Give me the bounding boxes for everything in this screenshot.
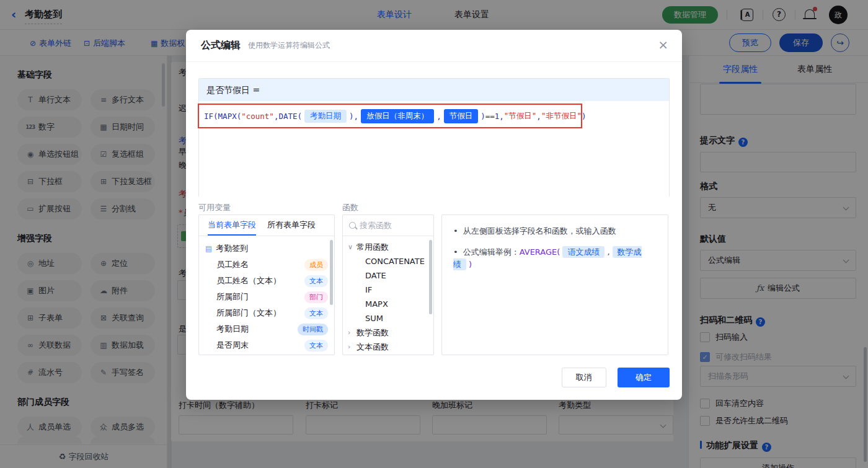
formula-token[interactable]: "非节假日" [541, 111, 582, 121]
formula-token[interactable]: ) [582, 112, 587, 121]
function-name: CONCATENATE [365, 257, 425, 266]
variable-type-tag: 部门 [304, 291, 328, 303]
function-item[interactable]: › 数学函数 [348, 325, 428, 340]
functions-panel: ∨ 常用函数 CONCATENATE DATE [342, 214, 434, 355]
variable-type-tag: 文本 [304, 340, 328, 351]
variable-item[interactable]: 考勤日期 时间戳 [205, 321, 328, 337]
variable-item[interactable]: 所属部门 部门 [205, 289, 328, 305]
formula-highlight-box: IF(MAPX( "count" ,DATE( 考勤日期 ), 放假日（非周末）… [198, 104, 582, 128]
formula-token[interactable]: 节假日 [444, 109, 479, 123]
function-name: SUM [365, 314, 383, 323]
formula-target: 是否节假日 = [199, 79, 669, 101]
function-item[interactable]: ∨ 常用函数 [348, 240, 428, 254]
formula-editor-modal: 公式编辑 使用数学运算符编辑公式 × 是否节假日 = IF(MAPX( "cou… [186, 30, 682, 400]
function-name: 数学函数 [356, 327, 389, 338]
variables-label: 可用变量 [198, 202, 231, 213]
function-item[interactable]: IF [348, 283, 428, 297]
function-search-input[interactable] [360, 221, 415, 230]
formula-token[interactable]: IF(MAPX( [204, 112, 241, 121]
modal-subtitle: 使用数学运算符编辑公式 [248, 40, 330, 51]
modal-footer: 取消 确定 [562, 368, 670, 387]
cancel-button[interactable]: 取消 [562, 368, 606, 387]
function-item[interactable]: SUM [348, 311, 428, 325]
variables-panel: 当前表单字段 所有表单字段 ▤ 考勤签到 员工姓名 成员 [198, 214, 335, 355]
tab-all-form-fields[interactable]: 所有表单字段 [267, 215, 316, 236]
function-item[interactable]: CONCATENATE [348, 254, 428, 268]
formula-token[interactable]: , [536, 112, 541, 121]
variables-tabs: 当前表单字段 所有表单字段 [199, 215, 334, 236]
modal-title: 公式编辑 [201, 39, 241, 52]
variable-rows: 员工姓名 成员 员工姓名（文本） 文本 所属部门 部门 [205, 257, 328, 353]
tab-current-form-fields[interactable]: 当前表单字段 [208, 215, 256, 236]
tree-chevron-icon: › [348, 329, 356, 337]
functions-label: 函数 [342, 202, 358, 213]
variable-name: 员工姓名 [216, 259, 249, 270]
modal-header: 公式编辑 使用数学运算符编辑公式 × [186, 30, 682, 62]
function-item[interactable]: DATE [348, 268, 428, 283]
help-line-1: •从左侧面板选择字段名和函数，或输入函数 [453, 225, 657, 237]
variables-list: ▤ 考勤签到 员工姓名 成员 员工姓名（文本） 文本 [199, 236, 334, 353]
formula-editor: 是否节假日 = IF(MAPX( "count" ,DATE( 考勤日期 ), [198, 78, 670, 197]
function-name: DATE [365, 271, 386, 280]
variable-name: 所属部门 [216, 291, 249, 302]
variable-name: 员工姓名（文本） [216, 275, 281, 286]
tree-chevron-icon: › [348, 343, 356, 351]
formula-token[interactable]: )==1, [480, 112, 504, 121]
variable-type-tag: 文本 [304, 275, 328, 287]
formula-token[interactable]: 放假日（非周末） [361, 109, 434, 123]
search-icon [349, 222, 356, 229]
variable-name: 考勤日期 [216, 324, 249, 335]
variable-name: 是否周末 [216, 340, 249, 351]
help-panel: •从左侧面板选择字段名和函数，或输入函数 •公式编辑举例：AVERAGE(语文成… [441, 214, 668, 355]
help-line-2: •公式编辑举例：AVERAGE(语文成绩,数学成绩) [453, 246, 657, 271]
function-list: ∨ 常用函数 CONCATENATE DATE [343, 236, 433, 354]
formula-code-area[interactable]: IF(MAPX( "count" ,DATE( 考勤日期 ), 放假日（非周末）… [199, 101, 669, 197]
formula-token[interactable]: 考勤日期 [304, 110, 347, 123]
functions-scrollbar[interactable] [429, 240, 432, 314]
file-icon: ▤ [205, 244, 212, 253]
variables-scrollbar[interactable] [330, 240, 333, 305]
function-name: 常用函数 [356, 242, 389, 253]
formula-token[interactable]: ,DATE( [274, 112, 302, 121]
app-screen: ‹ 考勤签到 表单设计 表单设置 数据管理 A ? 政 ⊘表单外链 ⊡后端脚本 … [0, 0, 868, 468]
function-item[interactable]: › 文本函数 [348, 340, 428, 354]
example-field-pill: 语文成绩 [562, 246, 604, 258]
formula-token[interactable]: ), [349, 112, 358, 121]
form-root-item[interactable]: ▤ 考勤签到 [205, 241, 328, 257]
function-name: IF [365, 285, 372, 294]
variable-type-tag: 文本 [304, 307, 328, 319]
function-name: MAPX [365, 299, 388, 309]
close-icon[interactable]: × [658, 38, 668, 51]
tree-chevron-icon: ∨ [348, 243, 356, 251]
function-name: 文本函数 [356, 342, 389, 353]
variable-type-tag: 成员 [304, 259, 328, 271]
variable-type-tag: 时间戳 [298, 324, 328, 335]
example-function: AVERAGE( [520, 247, 560, 257]
function-search [343, 215, 433, 236]
variable-item[interactable]: 员工姓名（文本） 文本 [205, 273, 328, 289]
formula-token[interactable]: "count" [241, 112, 274, 121]
formula-token[interactable]: , [436, 112, 441, 121]
function-item[interactable]: MAPX [348, 297, 428, 311]
variable-name: 所属部门（文本） [216, 307, 281, 319]
variable-item[interactable]: 是否周末 文本 [205, 337, 328, 353]
variable-item[interactable]: 员工姓名 成员 [205, 257, 328, 273]
formula-token[interactable]: "节假日" [504, 111, 537, 121]
confirm-button[interactable]: 确定 [618, 368, 670, 387]
variable-item[interactable]: 所属部门（文本） 文本 [205, 305, 328, 321]
